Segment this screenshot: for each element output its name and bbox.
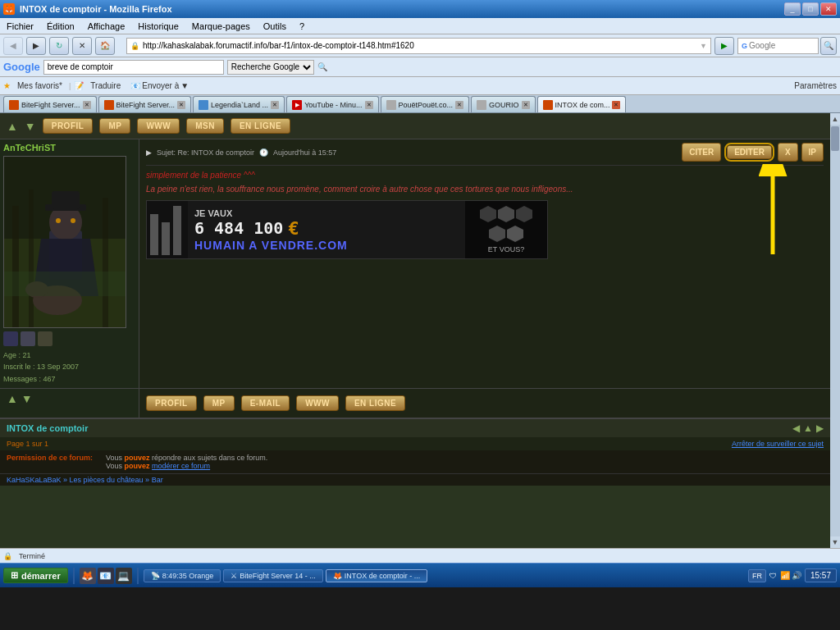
scrollbar[interactable]: ▲ ▼ — [830, 113, 840, 548]
tab-close-1[interactable]: ✕ — [177, 101, 185, 109]
menu-edition[interactable]: Édition — [43, 21, 78, 32]
taskbar-item-1-label: BiteFight Server 14 - ... — [240, 572, 316, 580]
envoyer-arrow[interactable]: ▼ — [180, 81, 189, 90]
tab-close-6[interactable]: ✕ — [612, 101, 620, 109]
user-avatar — [3, 156, 126, 328]
language-button[interactable]: FR — [748, 569, 766, 582]
tab-5[interactable]: GOURIO ✕ — [471, 96, 536, 112]
maximize-button[interactable]: □ — [802, 2, 819, 16]
menu-marquepages[interactable]: Marque-pages — [189, 21, 253, 32]
post2-sidebar: ▲ ▼ — [0, 389, 139, 418]
taskbar-quick-1[interactable]: 🦊 — [80, 568, 96, 584]
back-button[interactable]: ◀ — [3, 37, 23, 55]
permissions-texts: Vous pouvez répondre aux sujets dans ce … — [106, 454, 267, 470]
tab-2[interactable]: Legendia`Land ... ✕ — [193, 96, 285, 112]
taskbar-item-1[interactable]: ⚔ BiteFight Server 14 - ... — [223, 569, 323, 582]
taskbar-quick-2[interactable]: 📧 — [98, 568, 114, 584]
taskbar-item-0[interactable]: 📡 8:49:35 Orange — [144, 569, 221, 582]
start-button[interactable]: ⊞ démarrer — [3, 568, 68, 583]
menu-historique[interactable]: Historique — [135, 21, 182, 32]
tab-icon-1 — [104, 100, 114, 110]
menu-outils[interactable]: Outils — [260, 21, 290, 32]
status-security-icon: 🔒 — [3, 552, 12, 560]
tab-close-4[interactable]: ✕ — [455, 101, 463, 109]
hex-3 — [516, 206, 532, 222]
nav-down-icon[interactable]: ▼ — [25, 120, 36, 133]
home-button[interactable]: 🏠 — [95, 37, 115, 55]
tab-icon-5 — [477, 100, 486, 110]
bookmarks-envoyer[interactable]: 📧 Envoyer à ▼ — [127, 80, 192, 91]
url-bar[interactable]: 🔒 ▼ — [126, 38, 711, 54]
tab-close-5[interactable]: ✕ — [522, 101, 530, 109]
scroll-thumb[interactable] — [831, 126, 839, 151]
tab-close-0[interactable]: ✕ — [83, 101, 91, 109]
search-input[interactable] — [749, 41, 815, 50]
taskbar-quick-3[interactable]: 💻 — [116, 568, 132, 584]
menu-affichage[interactable]: Affichage — [84, 21, 129, 32]
stop-button[interactable]: ✕ — [72, 37, 92, 55]
menu-help[interactable]: ? — [296, 21, 308, 32]
svg-rect-8 — [52, 191, 80, 209]
post-meta-left: ▶ Sujet: Re: INTOX de comptoir 🕐 Aujourd… — [146, 148, 336, 157]
msn-button-top[interactable]: MSN — [186, 118, 224, 134]
editer-button[interactable]: EDITER — [727, 145, 772, 159]
minimize-button[interactable]: _ — [784, 2, 801, 16]
search-bar[interactable]: G — [737, 38, 819, 54]
post-date: Aujourd'hui à 15:57 — [273, 148, 336, 157]
footer-arrow-prev[interactable]: ◀ — [792, 422, 800, 434]
citer-button[interactable]: CITER — [682, 143, 721, 162]
tab-close-2[interactable]: ✕ — [271, 101, 279, 109]
footer-arrow-up[interactable]: ▲ — [803, 422, 813, 434]
taskbar-item-2[interactable]: 🦊 INTOX de comptoir - ... — [326, 569, 427, 582]
tab-4[interactable]: PouëtPouët.co... ✕ — [381, 96, 470, 112]
tab-0[interactable]: BiteFight Server... ✕ — [3, 96, 97, 112]
google-search-input[interactable] — [43, 60, 224, 75]
status-bar: 🔒 Terminé — [0, 548, 840, 563]
tab-6[interactable]: INTOX de com... ✕ — [537, 96, 627, 112]
menu-fichier[interactable]: Fichier — [3, 21, 37, 32]
footer-arrow-next[interactable]: ▶ — [816, 422, 824, 434]
nav-down-2-icon[interactable]: ▼ — [21, 392, 33, 405]
hex-5 — [507, 226, 523, 242]
bookmarks-mes-favoris[interactable]: Mes favoris* — [14, 80, 66, 91]
envoyer-icon: 📧 — [130, 81, 140, 90]
tab-3[interactable]: ▶ YouTube - Minu... ✕ — [286, 96, 378, 112]
go-button[interactable]: ▶ — [714, 37, 734, 55]
url-dropdown-icon[interactable]: ▼ — [700, 42, 707, 50]
close-button[interactable]: ✕ — [820, 2, 837, 16]
nav-up-2-icon[interactable]: ▲ — [7, 392, 18, 405]
email-button-bot[interactable]: E-MAIL — [241, 395, 290, 411]
profil-button-bot[interactable]: PROFIL — [146, 395, 197, 411]
stop-watch-link[interactable]: Arrêter de surveiller ce sujet — [732, 440, 824, 448]
moderer-link[interactable]: modérer ce forum — [152, 462, 210, 470]
search-button[interactable]: 🔍 — [820, 37, 837, 55]
user-icons — [3, 331, 135, 346]
google-search-icon[interactable]: 🔍 — [317, 62, 327, 71]
scroll-down[interactable]: ▼ — [830, 536, 840, 548]
www-button-bot[interactable]: WWW — [296, 395, 339, 411]
nav-up-icon[interactable]: ▲ — [7, 120, 18, 133]
params-button[interactable]: Paramètres — [794, 81, 837, 90]
user-inscrit: Inscrit le : 13 Sep 2007 — [3, 361, 135, 372]
mp-button-top[interactable]: MP — [99, 118, 130, 134]
forward-button[interactable]: ▶ — [26, 37, 46, 55]
ad-price-row: 6 484 100 € — [194, 218, 459, 239]
svg-point-12 — [56, 218, 61, 223]
scroll-up[interactable]: ▲ — [830, 113, 840, 125]
enligne-button-top[interactable]: EN LIGNE — [231, 118, 290, 134]
profil-button-top[interactable]: PROFIL — [43, 118, 94, 134]
google-logo: Google — [3, 61, 40, 73]
reload-button[interactable]: ↻ — [49, 37, 69, 55]
mp-button-bot[interactable]: MP — [203, 395, 235, 411]
bookmarks-bar: ★ Mes favoris* | 📝 Traduire 📧 Envoyer à … — [0, 77, 840, 95]
enligne-button-bot[interactable]: EN LIGNE — [345, 395, 405, 411]
url-input[interactable] — [143, 41, 696, 50]
tab-close-3[interactable]: ✕ — [365, 101, 373, 109]
x-button[interactable]: X — [778, 143, 798, 162]
google-search-dropdown[interactable]: Recherche Google — [227, 60, 314, 75]
www-button-top[interactable]: WWW — [137, 118, 180, 134]
tab-1[interactable]: BiteFight Server... ✕ — [98, 96, 192, 112]
ip-button[interactable]: IP — [801, 143, 824, 162]
tab-icon-0 — [9, 100, 19, 110]
bookmarks-traduire[interactable]: Traduire — [87, 80, 124, 91]
